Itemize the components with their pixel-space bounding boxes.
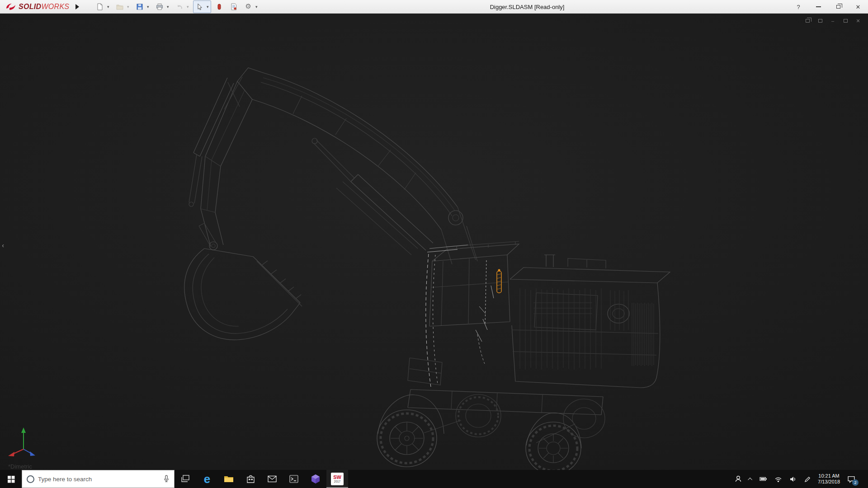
- excavator-wireframe-model[interactable]: [0, 14, 868, 470]
- taskbar: e SW 20: [0, 470, 868, 488]
- open-button[interactable]: [114, 1, 125, 12]
- pen-icon: [804, 476, 811, 483]
- taskbar-mail-button[interactable]: [261, 470, 283, 488]
- help-button[interactable]: ?: [793, 1, 804, 13]
- undo-button[interactable]: [174, 1, 185, 12]
- taskbar-solidworks-button[interactable]: SW 2017: [326, 470, 348, 488]
- hidden-icons-button[interactable]: [749, 470, 752, 488]
- close-button[interactable]: ✕: [853, 1, 863, 13]
- menu-flyout-button[interactable]: [73, 2, 82, 12]
- new-document-dropdown[interactable]: ▾: [105, 1, 111, 12]
- float-window-icon: [818, 19, 822, 23]
- solidworks-icon-year: 2017: [334, 480, 340, 483]
- boom-arm-lines: [189, 68, 477, 264]
- minimize-button[interactable]: [813, 1, 824, 13]
- system-tray: 10:21 AM 7/13/2018 2: [735, 470, 868, 488]
- start-button[interactable]: [0, 470, 22, 488]
- solidworks-ds-icon: [5, 3, 16, 11]
- options-button[interactable]: ⚙: [243, 1, 254, 12]
- taskbar-store-button[interactable]: [240, 470, 261, 488]
- select-cursor-icon: [196, 3, 203, 10]
- task-view-icon: [181, 474, 190, 483]
- highlighted-edge-lines: [426, 245, 494, 387]
- save-button[interactable]: [134, 1, 145, 12]
- search-input[interactable]: [38, 476, 160, 483]
- volume-button[interactable]: [789, 470, 797, 488]
- new-document-icon: [96, 3, 104, 10]
- open-group: ▾: [113, 0, 132, 13]
- save-group: ▾: [133, 0, 151, 13]
- child-close-button[interactable]: ✕: [854, 17, 862, 24]
- command-prompt-icon: [289, 475, 298, 483]
- undo-group: ▾: [173, 0, 191, 13]
- child-maximize-button[interactable]: [842, 17, 849, 24]
- featuremanager-collapse-arrow[interactable]: ‹: [0, 239, 6, 251]
- 3d-cube-icon: [311, 474, 320, 484]
- maximize-icon: [844, 19, 848, 23]
- child-minimize-button[interactable]: –: [829, 17, 836, 24]
- print-dropdown[interactable]: ▾: [165, 1, 170, 12]
- taskbar-terminal-button[interactable]: [283, 470, 305, 488]
- undo-dropdown[interactable]: ▾: [185, 1, 190, 12]
- pen-button[interactable]: [804, 470, 811, 488]
- save-dropdown[interactable]: ▾: [145, 1, 151, 12]
- solidworks-icon-label: SW: [333, 475, 341, 480]
- child-cascade-button[interactable]: [804, 17, 811, 24]
- body-lines: [510, 255, 670, 388]
- cab-lines: [429, 241, 519, 326]
- task-view-button[interactable]: [175, 470, 196, 488]
- brand-solid: SOLID: [19, 3, 41, 10]
- cascade-icon: [806, 19, 810, 23]
- people-icon: [735, 475, 742, 483]
- mail-icon: [268, 475, 277, 483]
- action-center-button[interactable]: 2: [847, 470, 855, 488]
- save-icon: [136, 3, 143, 10]
- brand-works: WORKS: [41, 3, 69, 10]
- clock-time: 10:21 AM: [818, 473, 840, 479]
- bucket-lines: [184, 249, 302, 340]
- taskbar-edge-button[interactable]: e: [196, 470, 218, 488]
- design-report-group: [227, 0, 240, 13]
- minimize-icon: [816, 6, 821, 7]
- design-report-button[interactable]: [228, 1, 239, 12]
- document-title: Digger.SLDASM [Read-only]: [490, 4, 565, 10]
- edge-icon: e: [204, 473, 210, 485]
- titlebar: SOLIDWORKS ▾ ▾: [0, 0, 868, 14]
- notification-badge: 2: [852, 479, 859, 486]
- selected-component-highlight[interactable]: [497, 269, 501, 293]
- network-button[interactable]: [774, 470, 782, 488]
- child-float-button[interactable]: [816, 17, 824, 24]
- clock-date: 7/13/2018: [818, 479, 840, 485]
- microphone-icon[interactable]: [163, 475, 170, 483]
- taskbar-search[interactable]: [22, 470, 175, 488]
- file-explorer-icon: [224, 475, 234, 483]
- design-report-icon: [230, 3, 237, 10]
- restore-icon: [836, 5, 840, 9]
- solidworks-app-icon: SW 2017: [331, 473, 344, 485]
- gear-icon: ⚙: [245, 3, 251, 10]
- cortana-icon[interactable]: [27, 475, 34, 483]
- document-window-controls: – ✕: [804, 17, 862, 24]
- orientation-triad: [5, 423, 42, 459]
- new-document-button[interactable]: [94, 1, 105, 12]
- taskbar-3d-viewer-button[interactable]: [305, 470, 326, 488]
- select-tool-dropdown[interactable]: ▾: [205, 1, 210, 12]
- graphics-viewport[interactable]: – ✕ *Dimetric ‹: [0, 14, 868, 470]
- wifi-icon: [774, 476, 782, 483]
- taskbar-explorer-button[interactable]: [218, 470, 240, 488]
- restore-button[interactable]: [833, 1, 844, 13]
- store-icon: [246, 474, 255, 483]
- appearances-button[interactable]: [214, 1, 225, 12]
- print-button[interactable]: [154, 1, 165, 12]
- select-tool-button[interactable]: [194, 1, 205, 12]
- view-orientation-label: *Dimetric: [8, 463, 32, 470]
- speaker-icon: [789, 476, 797, 483]
- options-dropdown[interactable]: ▾: [254, 1, 259, 12]
- people-button[interactable]: [735, 470, 742, 488]
- battery-button[interactable]: [760, 470, 767, 488]
- print-group: ▾: [153, 0, 171, 13]
- clock[interactable]: 10:21 AM 7/13/2018: [818, 470, 840, 488]
- windows-logo-icon: [7, 475, 15, 483]
- open-dropdown[interactable]: ▾: [125, 1, 131, 12]
- brand-text: SOLIDWORKS: [19, 3, 69, 11]
